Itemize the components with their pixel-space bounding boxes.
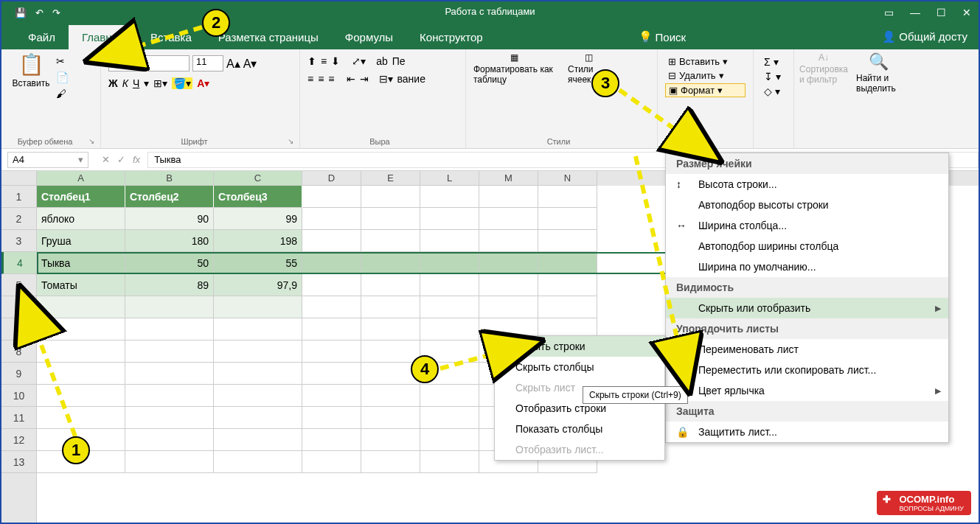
maximize-icon[interactable]: ☐ (936, 7, 946, 18)
select-all-corner[interactable] (1, 171, 36, 186)
row-header[interactable]: 5 (1, 274, 36, 296)
menu-hide-rows[interactable]: Скрыть строки (495, 336, 664, 357)
redo-icon[interactable]: ↷ (52, 7, 60, 18)
tab-home[interactable]: Главная (69, 25, 137, 49)
cell[interactable]: Тыква (37, 252, 125, 274)
cell[interactable]: яблоко (37, 208, 125, 230)
menu-autofit-col[interactable]: Автоподбор ширины столбца (666, 236, 948, 256)
cell[interactable] (302, 186, 361, 208)
menu-autofit-row[interactable]: Автоподбор высоты строки (666, 195, 948, 215)
table-header-cell[interactable]: Столбец3 (214, 186, 302, 208)
insert-cells-button[interactable]: ⊞Вставить ▾ (665, 55, 746, 68)
fill-color-icon[interactable]: 🪣▾ (172, 77, 192, 89)
wrap-text-icon[interactable]: ab (376, 55, 388, 67)
fx-icon[interactable]: fx (133, 154, 140, 165)
merge-icon[interactable]: ⊟▾ (379, 73, 393, 85)
cell[interactable]: 180 (125, 230, 214, 252)
menu-move-sheet[interactable]: Переместить или скопировать лист... (666, 360, 948, 380)
menu-col-width[interactable]: ↔Ширина столбца... (666, 215, 948, 236)
row-header[interactable]: 3 (1, 230, 36, 252)
align-bottom-icon[interactable]: ⬇ (331, 55, 340, 67)
cell[interactable]: 50 (125, 252, 214, 274)
align-center-icon[interactable]: ≡ (318, 73, 324, 85)
menu-default-width[interactable]: Ширина по умолчанию... (666, 256, 948, 277)
menu-tab-color[interactable]: Цвет ярлычка▶ (666, 380, 948, 401)
font-size-combo[interactable]: 11 (192, 55, 223, 71)
bold-button[interactable]: Ж (108, 77, 118, 89)
copy-icon[interactable]: 📄 (56, 71, 69, 83)
cell[interactable]: Томаты (37, 274, 125, 296)
cell[interactable]: Груша (37, 230, 125, 252)
menu-row-height[interactable]: ↕Высота строки... (666, 174, 948, 195)
grow-font-icon[interactable]: A▴ (226, 57, 240, 71)
row-header[interactable]: 10 (1, 385, 36, 407)
cell[interactable]: 55 (214, 252, 302, 274)
tab-insert[interactable]: Вставка (137, 25, 205, 49)
col-header[interactable]: A (37, 171, 125, 186)
undo-icon[interactable]: ↶ (35, 7, 44, 18)
font-color-icon[interactable]: A▾ (197, 77, 209, 89)
paste-button[interactable]: 📋 Вставить (9, 52, 53, 88)
cell[interactable]: 90 (125, 208, 214, 230)
sort-filter-button[interactable]: A↓ Сортировка и фильтр (802, 52, 846, 85)
col-header[interactable]: D (302, 171, 361, 186)
format-as-table-button[interactable]: ▦ Форматировать как таблицу (473, 52, 555, 85)
share-button[interactable]: Общий досту (899, 30, 967, 43)
cancel-icon[interactable]: ✕ (102, 154, 110, 165)
align-top-icon[interactable]: ⬆ (307, 55, 316, 67)
col-header[interactable]: M (479, 171, 538, 186)
clear-icon[interactable]: ◇ ▾ (761, 85, 786, 98)
cut-icon[interactable]: ✂ (56, 55, 69, 67)
name-box[interactable]: A4▾ (7, 152, 88, 168)
minimize-icon[interactable]: — (910, 7, 920, 18)
ribbon-options-icon[interactable]: ▭ (884, 7, 894, 18)
cell[interactable]: 97,9 (214, 274, 302, 296)
find-select-button[interactable]: 🔍 Найти и выделить (856, 52, 900, 94)
col-header[interactable]: E (361, 171, 420, 186)
row-header[interactable]: 6 (1, 296, 36, 318)
tab-formulas[interactable]: Формулы (332, 25, 406, 49)
align-left-icon[interactable]: ≡ (307, 73, 313, 85)
align-middle-icon[interactable]: ≡ (321, 55, 327, 67)
cell[interactable]: 198 (214, 230, 302, 252)
delete-cells-button[interactable]: ⊟Удалить ▾ (665, 69, 746, 82)
autosum-icon[interactable]: Σ ▾ (761, 55, 786, 69)
tell-me-search[interactable]: 💡 Поиск (639, 30, 687, 43)
row-header[interactable]: 4 (1, 252, 36, 274)
cell[interactable]: 99 (214, 208, 302, 230)
row-header[interactable]: 12 (1, 429, 36, 451)
shrink-font-icon[interactable]: A▾ (243, 57, 257, 71)
row-header[interactable]: 1 (1, 186, 36, 208)
table-header-cell[interactable]: Столбец1 (37, 186, 125, 208)
table-header-cell[interactable]: Столбец2 (125, 186, 214, 208)
col-header[interactable]: C (214, 171, 302, 186)
font-name-combo[interactable]: Calibri (108, 55, 190, 71)
col-header[interactable]: L (420, 171, 479, 186)
menu-protect-sheet[interactable]: 🔒Защитить лист... (666, 422, 948, 442)
close-icon[interactable]: ✕ (962, 7, 971, 18)
tab-design[interactable]: Конструктор (406, 25, 496, 49)
menu-show-sheet[interactable]: Отобразить лист... (495, 439, 664, 460)
italic-button[interactable]: К (122, 77, 128, 89)
enter-icon[interactable]: ✓ (117, 154, 125, 165)
menu-hide-cols[interactable]: Скрыть столбцы (495, 357, 664, 377)
menu-show-cols[interactable]: Показать столбцы (495, 419, 664, 439)
row-header[interactable]: 8 (1, 340, 36, 363)
row-header[interactable]: 11 (1, 407, 36, 429)
row-header[interactable]: 9 (1, 363, 36, 385)
format-cells-button[interactable]: ▣Формат ▾ (665, 83, 746, 97)
tab-file[interactable]: Файл (15, 25, 69, 49)
borders-icon[interactable]: ⊞▾ (153, 77, 167, 89)
orientation-icon[interactable]: ⤢▾ (352, 55, 366, 67)
underline-button[interactable]: Ч (133, 77, 139, 89)
menu-rename-sheet[interactable]: Переименовать лист (666, 339, 948, 360)
format-painter-icon[interactable]: 🖌 (56, 88, 69, 99)
row-header[interactable]: 2 (1, 208, 36, 230)
dialog-launcher-icon[interactable]: ↘ (88, 137, 94, 145)
fill-icon[interactable]: ↧ ▾ (761, 70, 786, 83)
indent-dec-icon[interactable]: ⇤ (347, 73, 355, 85)
col-header[interactable]: N (538, 171, 597, 186)
save-icon[interactable]: 💾 (15, 7, 27, 18)
align-right-icon[interactable]: ≡ (328, 73, 334, 85)
col-header[interactable]: B (125, 171, 214, 186)
